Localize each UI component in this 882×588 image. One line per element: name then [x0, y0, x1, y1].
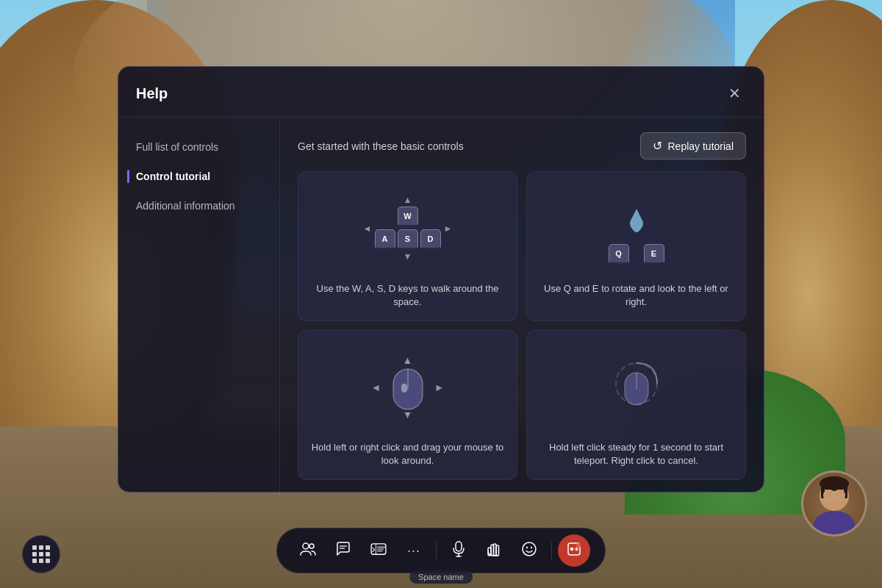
content-top-bar: Get started with these basic controls ↺ …	[298, 132, 746, 159]
sidebar-label-control-tutorial: Control tutorial	[136, 171, 210, 182]
space-name-label: Space name	[409, 570, 473, 584]
people-icon	[300, 542, 316, 560]
replay-tutorial-button[interactable]: ↺ Replay tutorial	[640, 132, 747, 159]
chat-icon	[336, 542, 351, 560]
svg-rect-30	[496, 545, 499, 556]
mouse-arrow-right-icon: ►	[434, 381, 445, 393]
taskbar-more-button[interactable]: ···	[398, 534, 430, 567]
mouse-arrow-left-icon: ◄	[371, 381, 381, 393]
card-teleport: Hold left click steady for 1 second to s…	[526, 330, 746, 480]
emoji-icon	[521, 541, 537, 561]
qe-keys-container: Q E	[609, 207, 664, 265]
svg-point-12	[616, 363, 657, 404]
key-d: D	[420, 229, 441, 250]
share-icon: !	[567, 542, 581, 560]
svg-point-32	[526, 546, 528, 548]
teleport-circle-icon	[607, 358, 666, 417]
help-dialog: Help ✕ Full list of controls Control tut…	[118, 66, 764, 492]
hand-icon	[487, 541, 501, 561]
mouse-with-arrows-container: ▲ ▼ ◄ ►	[371, 354, 445, 420]
card-qe-description: Use Q and E to rotate and look to the le…	[539, 282, 734, 309]
card-wasd-description: Use the W, A, S, D keys to walk around t…	[310, 282, 505, 309]
close-button[interactable]: ✕	[723, 82, 746, 105]
taskbar-people-button[interactable]	[292, 534, 324, 567]
svg-rect-11	[401, 384, 407, 392]
dialog-title: Help	[136, 85, 168, 102]
replay-icon: ↺	[653, 139, 662, 153]
taskbar-divider-2	[551, 542, 552, 559]
sidebar-label-additional-info: Additional information	[136, 200, 235, 212]
close-icon: ✕	[728, 85, 741, 102]
teleport-illustration	[607, 343, 666, 432]
wasd-illustration: ▲ ◄ ► ▼ W A S	[360, 184, 456, 273]
controls-grid: ▲ ◄ ► ▼ W A S	[298, 171, 746, 480]
dialog-content: Get started with these basic controls ↺ …	[280, 118, 764, 495]
taskbar-share-button[interactable]: !	[558, 534, 590, 567]
card-mouse-drag-description: Hold left or right click and drag your m…	[310, 441, 505, 467]
sidebar-item-control-tutorial[interactable]: Control tutorial	[118, 162, 279, 191]
svg-point-15	[303, 543, 309, 549]
mouse-drag-illustration: ▲ ▼ ◄ ►	[371, 343, 445, 432]
mouse-arrow-up-icon: ▲	[403, 354, 413, 366]
card-qe: Q E Use Q and E to rotate and look to th…	[526, 171, 746, 321]
arrow-up-icon: ▲	[404, 195, 412, 205]
sidebar-label-full-controls: Full list of controls	[136, 141, 218, 153]
key-w: W	[398, 207, 418, 227]
key-s: S	[398, 229, 418, 250]
avatar	[801, 470, 867, 537]
dialog-body: Full list of controls Control tutorial A…	[118, 118, 764, 495]
arrow-right-icon: ►	[444, 223, 453, 234]
grid-menu-button[interactable]	[22, 535, 60, 573]
taskbar-mic-button[interactable]	[442, 534, 475, 567]
mouse-icon	[390, 362, 426, 413]
svg-rect-35	[570, 548, 573, 551]
mouse-arrow-down-icon: ▼	[403, 409, 413, 420]
svg-point-1	[814, 511, 855, 537]
key-a: A	[375, 229, 395, 250]
teleport-mouse-container	[607, 358, 666, 417]
content-subtitle: Get started with these basic controls	[298, 140, 464, 152]
qe-illustration: Q E	[609, 184, 664, 273]
mic-icon	[453, 541, 465, 561]
card-wasd: ▲ ◄ ► ▼ W A S	[298, 171, 517, 321]
wasd-keys: W A S D	[375, 207, 441, 250]
svg-point-31	[523, 542, 536, 556]
dialog-sidebar: Full list of controls Control tutorial A…	[118, 118, 280, 495]
sidebar-item-additional-info[interactable]: Additional information	[118, 191, 279, 220]
arrow-left-icon: ◄	[363, 223, 372, 234]
taskbar-chat-button[interactable]	[327, 534, 359, 567]
replay-label: Replay tutorial	[668, 140, 734, 152]
rotation-drop-icon	[625, 207, 648, 234]
taskbar-reactions-button[interactable]	[362, 534, 395, 567]
taskbar-emoji-button[interactable]	[513, 534, 545, 567]
taskbar: ···	[276, 528, 606, 573]
arrow-down-icon: ▼	[404, 251, 412, 262]
qe-keys: Q E	[609, 244, 664, 265]
taskbar-hand-button[interactable]	[478, 534, 510, 567]
sidebar-item-full-controls[interactable]: Full list of controls	[118, 132, 279, 162]
wasd-keys-container: ▲ ◄ ► ▼ W A S	[375, 207, 441, 250]
key-q: Q	[609, 244, 629, 265]
key-e: E	[644, 244, 664, 265]
card-teleport-description: Hold left click steady for 1 second to s…	[539, 441, 734, 467]
svg-point-33	[531, 546, 532, 548]
svg-point-16	[309, 544, 314, 548]
svg-text:!: !	[578, 543, 578, 547]
reactions-icon	[370, 542, 387, 559]
svg-rect-24	[456, 542, 462, 551]
card-mouse-drag: ▲ ▼ ◄ ► Hold left or right c	[298, 330, 517, 480]
more-icon: ···	[407, 543, 420, 559]
dialog-header: Help ✕	[118, 67, 764, 118]
grid-dots-icon	[32, 545, 50, 563]
taskbar-divider-1	[436, 542, 437, 559]
